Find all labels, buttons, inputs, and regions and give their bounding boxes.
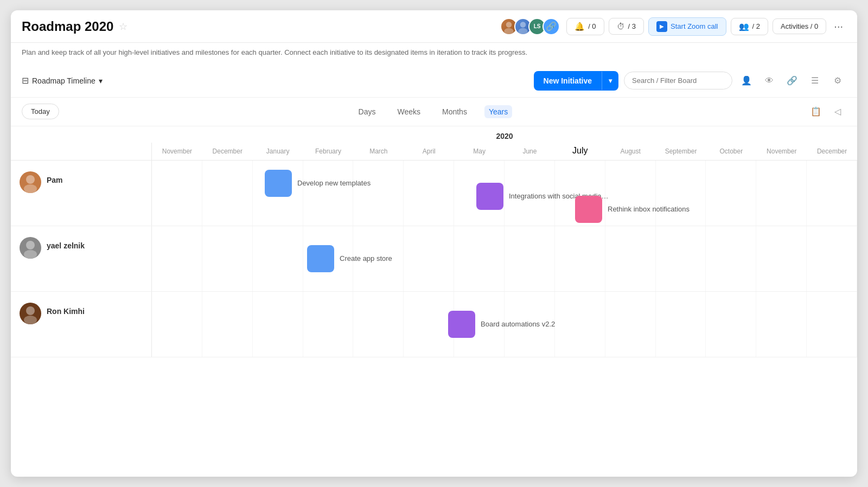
svg-point-5: [24, 184, 37, 193]
timeline-container: 2020 NovemberDecemberJanuaryFebruaryMarc…: [11, 126, 857, 357]
star-icon[interactable]: ☆: [119, 21, 127, 33]
more-button[interactable]: ···: [831, 17, 846, 36]
new-initiative-main[interactable]: New Initiative: [534, 71, 602, 91]
month-header-august: August: [605, 143, 656, 160]
bar-label-2: Rethink inbox notifications: [608, 205, 690, 213]
link-icon-btn[interactable]: 🔗: [783, 72, 801, 89]
initiative-bar-0[interactable]: Create app store: [307, 245, 392, 272]
month-label: October: [720, 148, 743, 155]
avatar-ron: [20, 303, 41, 324]
zoom-button[interactable]: ▶ Start Zoom call: [648, 17, 726, 36]
svg-point-8: [26, 306, 35, 315]
month-label: August: [620, 148, 640, 155]
bar-label-0: Create app store: [340, 254, 392, 262]
month-header-july: July: [555, 143, 605, 160]
person-name-yael: yael zelnik: [47, 237, 85, 250]
initiative-bar-0[interactable]: Develop new templates: [265, 170, 371, 197]
months-header: NovemberDecemberJanuaryFebruaryMarchApri…: [11, 143, 857, 161]
new-initiative-arrow[interactable]: ▾: [602, 72, 618, 90]
bar-label-0: Board automations v2.2: [481, 320, 555, 328]
view-selector[interactable]: ⊟ Roadmap Timeline ▾: [22, 75, 103, 86]
header-left: Roadmap 2020 ☆: [22, 19, 494, 34]
header-right: LS 🔗 🔔 / 0 ⏱ / 3 ▶ Start Zoom call 👥 / 2: [500, 17, 846, 36]
month-header-december: December: [202, 143, 253, 160]
month-header-october: October: [706, 143, 756, 160]
month-header-december: December: [807, 143, 857, 160]
search-input[interactable]: [624, 72, 732, 89]
bar-block-2: [575, 196, 602, 223]
month-label: November: [162, 148, 192, 155]
snooze-count: / 0: [588, 22, 596, 30]
person-icon-btn[interactable]: 👤: [738, 72, 755, 89]
initiative-bar-2[interactable]: Rethink inbox notifications: [575, 196, 690, 223]
month-label: May: [473, 148, 486, 155]
timeline-wrapper[interactable]: 2020 NovemberDecemberJanuaryFebruaryMarc…: [11, 126, 857, 477]
back-icon-btn[interactable]: ◁: [829, 103, 846, 120]
people-button[interactable]: 👥 / 2: [731, 18, 768, 35]
month-header-january: January: [253, 143, 303, 160]
month-header-november: November: [756, 143, 807, 160]
view-label: Roadmap Timeline: [32, 76, 95, 85]
person-row-ron: Ron KimhiBoard automations v2.2: [11, 292, 857, 357]
time-count: / 3: [628, 22, 636, 30]
app-container: Roadmap 2020 ☆ LS 🔗 🔔 / 0 ⏱: [11, 10, 857, 477]
month-header-june: June: [505, 143, 555, 160]
svg-point-3: [518, 28, 528, 34]
bar-block-0: [448, 311, 475, 338]
timeline-body: PamDevelop new templatesIntegrations wit…: [11, 161, 857, 357]
zoom-icon: ▶: [656, 21, 667, 32]
map-icon: ⊟: [22, 75, 29, 86]
svg-point-6: [26, 241, 35, 249]
toolbar: ⊟ Roadmap Timeline ▾ New Initiative ▾ 👤 …: [11, 67, 857, 98]
avatar-yael: [20, 237, 41, 259]
timeline-track-ron: Board automations v2.2: [152, 292, 857, 357]
avatar-pam: [20, 171, 41, 193]
activities-button[interactable]: Activities / 0: [773, 18, 826, 34]
settings-icon-btn[interactable]: ⚙: [829, 72, 846, 89]
person-name-pam: Pam: [47, 171, 63, 184]
month-header-september: September: [656, 143, 706, 160]
filter-icon-btn[interactable]: ☰: [806, 72, 824, 89]
month-label: April: [423, 148, 436, 155]
list-icon-btn[interactable]: 📋: [807, 103, 825, 120]
month-label: June: [522, 148, 537, 155]
initiative-bar-0[interactable]: Board automations v2.2: [448, 311, 555, 338]
time-button[interactable]: ⏱ / 3: [609, 18, 644, 35]
eye-icon-btn[interactable]: 👁: [761, 72, 778, 89]
time-tabs: Days Weeks Months Years: [70, 105, 796, 118]
page-title: Roadmap 2020: [22, 19, 113, 34]
year-label: 2020: [496, 132, 513, 140]
new-initiative-button[interactable]: New Initiative ▾: [534, 71, 618, 91]
tab-years[interactable]: Years: [484, 105, 512, 118]
today-button[interactable]: Today: [22, 104, 59, 119]
grid-lines: [152, 226, 857, 291]
toolbar-right: New Initiative ▾ 👤 👁 🔗 ☰ ⚙: [534, 71, 846, 91]
current-month-pill: July: [572, 146, 588, 155]
header: Roadmap 2020 ☆ LS 🔗 🔔 / 0 ⏱: [11, 10, 857, 43]
svg-point-9: [24, 316, 37, 324]
svg-point-0: [506, 22, 512, 28]
person-name-col-ron: Ron Kimhi: [11, 292, 152, 357]
svg-point-7: [24, 250, 37, 259]
activities-label: Activities / 0: [781, 22, 818, 30]
person-name-ron: Ron Kimhi: [47, 303, 85, 316]
person-name-col-pam: Pam: [11, 161, 152, 226]
month-label: February: [315, 148, 341, 155]
bar-block-0: [265, 170, 292, 197]
snooze-button[interactable]: 🔔 / 0: [566, 18, 604, 35]
timeline-track-pam: Develop new templatesIntegrations with s…: [152, 161, 857, 226]
people-count: / 2: [752, 22, 760, 30]
person-name-col-yael: yael zelnik: [11, 226, 152, 291]
svg-point-4: [26, 175, 35, 184]
today-label: Today: [31, 107, 50, 116]
bar-label-0: Develop new templates: [297, 179, 371, 187]
tab-months[interactable]: Months: [438, 105, 471, 118]
month-header-may: May: [454, 143, 505, 160]
tab-weeks[interactable]: Weeks: [393, 105, 425, 118]
month-label: December: [213, 148, 242, 155]
svg-point-2: [520, 22, 526, 28]
subtitle: Plan and keep track of all your high-lev…: [11, 43, 857, 67]
month-label: November: [767, 148, 796, 155]
tab-days[interactable]: Days: [354, 105, 380, 118]
time-right: 📋 ◁: [807, 103, 846, 120]
